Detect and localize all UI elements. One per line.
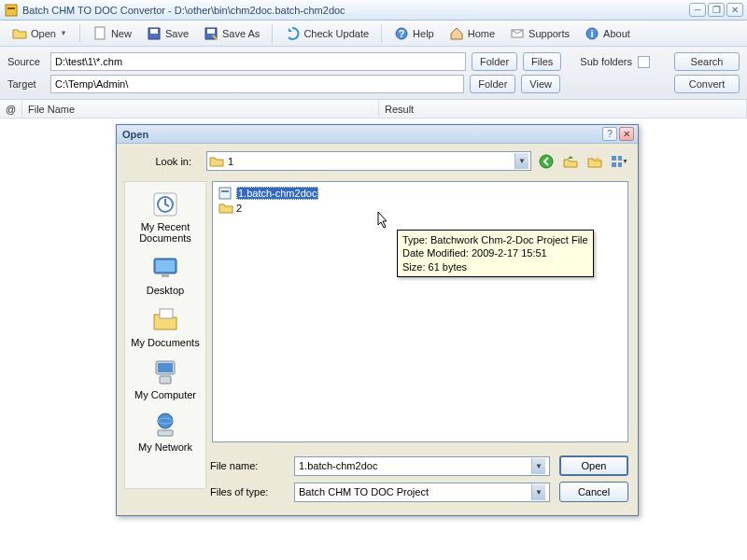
- target-input[interactable]: [50, 75, 464, 93]
- home-button[interactable]: Home: [443, 23, 501, 44]
- main-area: Open ? ✕ Look in: 1 ▼ ▼: [0, 119, 747, 560]
- place-recent-label: My Recent Documents: [126, 221, 204, 244]
- dialog-titlebar: Open ? ✕: [117, 125, 638, 144]
- new-icon: [92, 26, 107, 41]
- lookin-value: 1: [228, 156, 514, 167]
- file-name: 2: [236, 203, 242, 214]
- recent-icon: [150, 189, 180, 219]
- place-mynet-label: My Network: [138, 441, 192, 453]
- place-desktop[interactable]: Desktop: [126, 249, 204, 300]
- target-view-button[interactable]: View: [521, 75, 560, 93]
- views-button[interactable]: ▼: [610, 152, 628, 171]
- mail-icon: [510, 26, 525, 41]
- maximize-button[interactable]: ❐: [708, 3, 725, 17]
- new-label: New: [111, 28, 132, 39]
- target-label: Target: [7, 78, 45, 90]
- saveas-icon: [204, 26, 218, 41]
- open-button[interactable]: Open ▼: [6, 23, 74, 44]
- source-folder-button[interactable]: Folder: [472, 52, 517, 71]
- svg-rect-22: [160, 309, 173, 318]
- subfolders-label: Sub folders: [580, 56, 632, 67]
- main-toolbar: Open ▼ New Save Save As Check Update ? H…: [0, 21, 747, 47]
- help-label: Help: [413, 28, 434, 39]
- place-desktop-label: Desktop: [147, 285, 184, 296]
- about-label: About: [603, 28, 630, 39]
- titlebar: Batch CHM TO DOC Convertor - D:\other\bi…: [0, 0, 747, 21]
- dialog-open-button[interactable]: Open: [559, 455, 628, 476]
- subfolders-checkbox[interactable]: [638, 56, 650, 68]
- saveas-label: Save As: [222, 28, 260, 39]
- svg-text:i: i: [591, 28, 594, 39]
- svg-point-12: [540, 155, 553, 168]
- search-button[interactable]: Search: [674, 52, 740, 71]
- places-bar: My Recent Documents Desktop My Documents…: [124, 181, 206, 489]
- dialog-help-button[interactable]: ?: [602, 127, 617, 141]
- home-label: Home: [468, 28, 495, 39]
- about-button[interactable]: i About: [578, 23, 637, 44]
- svg-rect-4: [150, 29, 158, 34]
- minimize-button[interactable]: ─: [689, 3, 706, 17]
- source-label: Source: [7, 56, 45, 67]
- io-panel: Source Folder Files Sub folders Search T…: [0, 47, 747, 100]
- new-folder-button[interactable]: [585, 152, 604, 171]
- open-label: Open: [31, 28, 56, 39]
- filename-combo[interactable]: 1.batch-chm2doc ▼: [294, 456, 550, 476]
- file-item[interactable]: 2: [217, 201, 624, 216]
- source-files-button[interactable]: Files: [523, 52, 561, 71]
- back-button[interactable]: [537, 152, 556, 171]
- save-button[interactable]: Save: [140, 23, 195, 44]
- col-at[interactable]: @: [0, 100, 22, 118]
- dialog-cancel-button[interactable]: Cancel: [559, 482, 628, 502]
- place-mynet[interactable]: My Network: [126, 406, 204, 456]
- dropdown-icon: ▼: [60, 29, 67, 37]
- place-mydocs[interactable]: My Documents: [126, 301, 204, 352]
- supports-label: Supports: [529, 28, 570, 39]
- save-icon: [147, 26, 162, 41]
- lookin-combo[interactable]: 1 ▼: [206, 151, 531, 171]
- svg-rect-29: [219, 188, 231, 199]
- supports-button[interactable]: Supports: [503, 23, 576, 44]
- help-button[interactable]: ? Help: [388, 23, 441, 44]
- filename-value: 1.batch-chm2doc: [299, 460, 531, 471]
- network-icon: [150, 410, 180, 440]
- svg-text:?: ?: [399, 28, 405, 39]
- file-name: 1.batch-chm2doc: [236, 187, 318, 200]
- chevron-down-icon: ▼: [514, 153, 529, 169]
- target-folder-button[interactable]: Folder: [470, 75, 515, 93]
- svg-rect-1: [7, 7, 15, 9]
- svg-rect-20: [156, 260, 175, 272]
- documents-icon: [150, 305, 180, 335]
- chevron-down-icon: ▼: [531, 484, 545, 500]
- place-mydocs-label: My Documents: [131, 337, 199, 348]
- list-header: @ File Name Result: [0, 100, 747, 119]
- app-icon: [4, 3, 19, 18]
- filename-label: File name:: [210, 460, 285, 471]
- place-mycomp[interactable]: My Computer: [126, 354, 204, 404]
- save-label: Save: [165, 28, 189, 39]
- close-button[interactable]: ✕: [726, 3, 743, 17]
- new-button[interactable]: New: [86, 23, 138, 44]
- file-tooltip: Type: Batchwork Chm-2-Doc Project File D…: [397, 230, 594, 277]
- svg-point-26: [158, 413, 173, 428]
- up-button[interactable]: [561, 152, 580, 171]
- separator: [79, 24, 80, 43]
- saveas-button[interactable]: Save As: [197, 23, 266, 44]
- svg-rect-24: [158, 363, 173, 372]
- dialog-close-button[interactable]: ✕: [619, 127, 634, 141]
- computer-icon: [150, 357, 180, 387]
- svg-rect-28: [158, 430, 173, 436]
- dialog-title: Open: [120, 129, 602, 140]
- source-input[interactable]: [50, 52, 466, 71]
- place-recent[interactable]: My Recent Documents: [126, 186, 204, 247]
- file-item[interactable]: 1.batch-chm2doc: [217, 186, 624, 201]
- filetype-combo[interactable]: Batch CHM TO DOC Project ▼: [294, 483, 550, 502]
- convert-button[interactable]: Convert: [674, 75, 740, 93]
- check-update-button[interactable]: Check Update: [278, 23, 375, 44]
- file-list[interactable]: 1.batch-chm2doc 2: [212, 181, 628, 442]
- tooltip-line: Date Modified: 2009-2-17 15:51: [402, 246, 588, 259]
- home-icon: [449, 26, 464, 41]
- help-icon: ?: [394, 26, 409, 41]
- col-result[interactable]: Result: [379, 100, 747, 118]
- col-filename[interactable]: File Name: [22, 100, 379, 118]
- project-file-icon: [218, 187, 233, 200]
